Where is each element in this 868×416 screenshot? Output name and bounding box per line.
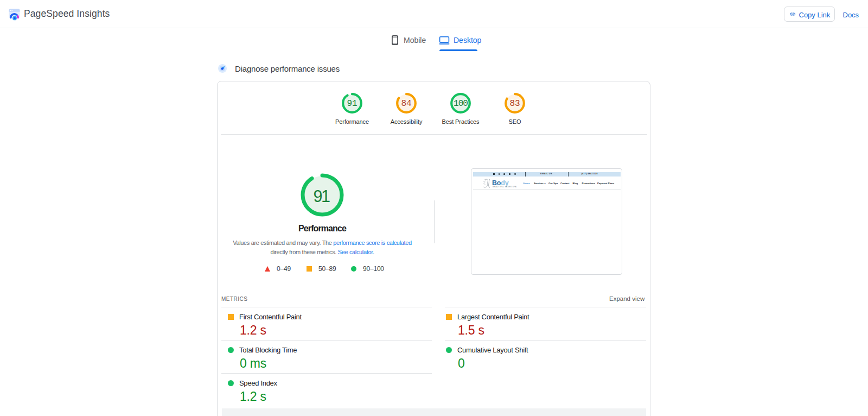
- svg-text:100: 100: [454, 99, 468, 109]
- svg-text:84: 84: [401, 99, 411, 109]
- svg-text:91: 91: [347, 99, 357, 109]
- svg-text:91: 91: [314, 187, 330, 205]
- svg-text:83: 83: [509, 99, 520, 109]
